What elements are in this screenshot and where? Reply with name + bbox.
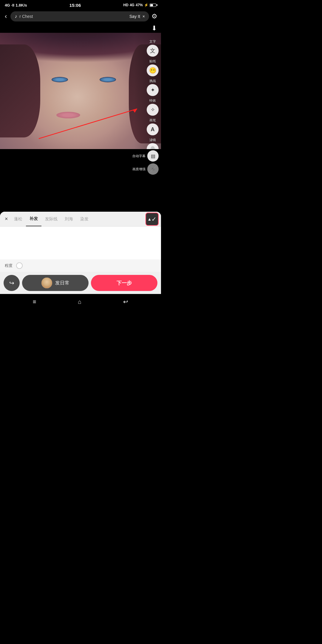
bottom-actions: ↪ 发日常 下一步 (0, 272, 161, 294)
toolbar-item-challenge[interactable]: 挑战 ✦ (147, 79, 159, 96)
time-display: 15:06 (69, 3, 81, 8)
download-area: ⬇ (0, 23, 161, 33)
toolbar-item-subtitle[interactable]: 自动字幕 ▤ (132, 150, 159, 162)
challenge-icon: ✦ (147, 84, 159, 96)
music-title-area: r Chest Say It (19, 14, 140, 19)
degree-label: 程度 (5, 263, 13, 268)
status-left: 4G ·Il 1.8K/s (5, 3, 27, 7)
nav-home-icon[interactable]: ⌂ (78, 298, 81, 305)
hair-left (0, 44, 40, 137)
music-note-icon: ♪ (15, 14, 17, 19)
toolbar-item-text[interactable]: 文字 文 (147, 39, 159, 57)
tab-fluffy[interactable]: 蓬松 (10, 212, 26, 226)
download-button[interactable]: ⬇ (151, 24, 157, 32)
toolbar-label-filter: 滤镜 (149, 138, 156, 142)
battery-icon (150, 4, 156, 7)
degree-row: 程度 (0, 259, 161, 272)
hd-badge: HD (123, 3, 129, 7)
degree-circle[interactable] (16, 262, 23, 269)
brush-icon: A (147, 123, 159, 135)
share-icon: ↪ (9, 279, 14, 287)
status-right: HD 4G 47% ⚡ (123, 3, 156, 7)
eye-right (100, 77, 116, 82)
music-title-right: Say It (126, 14, 140, 19)
toolbar-label-challenge: 挑战 (149, 79, 156, 83)
black-spacer (0, 176, 161, 212)
daily-button-label: 发日常 (55, 280, 69, 286)
next-button[interactable]: 下一步 (91, 275, 157, 291)
image-container: 文字 文 贴纸 😶 挑战 ✦ 特效 ✧ (0, 33, 161, 149)
subtitle-icon: ▤ (147, 150, 159, 162)
main-area: 文字 文 贴纸 😶 挑战 ✦ 特效 ✧ (0, 33, 161, 212)
status-bar: 4G ·Il 1.8K/s 15:06 HD 4G 47% ⚡ (0, 0, 161, 10)
toolbar-label-subtitle: 自动字幕 (132, 154, 145, 158)
toolbar-label-effects: 特效 (149, 98, 156, 103)
toolbar-label-quality: 画质增强 (132, 167, 145, 171)
tab-hair-color[interactable]: 染发 (77, 212, 92, 226)
daily-avatar (41, 278, 52, 288)
toolbar-item-sticker[interactable]: 贴纸 😶 (147, 59, 159, 76)
filter-icon (147, 143, 159, 149)
check-icon: ✓ (151, 216, 157, 223)
eye-left (52, 77, 68, 82)
tab-hairline[interactable]: 发际线 (41, 212, 61, 226)
up-arrow-icon: ▲ (148, 217, 152, 222)
network-badge: 4G (130, 3, 134, 7)
lips (56, 112, 80, 118)
speed-text: 1.8K/s (16, 3, 27, 7)
next-button-label: 下一步 (117, 280, 132, 287)
toolbar-label-brush: 画笔 (149, 118, 156, 123)
nav-back-icon[interactable]: ↩ (123, 298, 128, 305)
signal-bars: ·Il (11, 3, 14, 7)
panel-close-button[interactable]: × (2, 212, 10, 226)
home-indicator-bar: ≡ ⌂ ↩ (0, 294, 161, 309)
music-pill[interactable]: ♪ r Chest Say It × (10, 11, 149, 21)
tab-bangs[interactable]: 刘海 (61, 212, 77, 226)
toolbar-label-sticker: 贴纸 (149, 59, 156, 64)
quality-icon: ☀ (147, 163, 159, 175)
filter-svg-icon (149, 145, 156, 149)
back-button[interactable]: ‹ (4, 11, 8, 21)
toolbar-item-effects[interactable]: 特效 ✧ (147, 98, 159, 116)
text-icon: 文 (147, 45, 159, 57)
daily-avatar-inner (41, 278, 52, 288)
panel-confirm-button[interactable]: ▲ ✓ (145, 213, 159, 226)
music-divider (140, 14, 140, 19)
signal-text: 4G (5, 3, 10, 7)
settings-button[interactable]: ⚙ (151, 13, 157, 20)
toolbar-item-filter[interactable]: 滤镜 (147, 138, 159, 149)
svg-point-2 (151, 146, 154, 149)
panel-content-area (0, 227, 161, 259)
share-button[interactable]: ↪ (4, 275, 20, 291)
music-title-left: r Chest (19, 14, 126, 19)
tab-supplement[interactable]: 补发 (26, 212, 41, 226)
top-bar: ‹ ♪ r Chest Say It × ⚙ (0, 10, 161, 23)
music-close-icon[interactable]: × (143, 14, 145, 19)
bottom-panel: × 蓬松 补发 发际线 刘海 染发 ▲ ✓ 程度 ↪ 发日常 下一步 (0, 212, 161, 294)
right-toolbar: 文字 文 贴纸 😶 挑战 ✦ 特效 ✧ (134, 33, 161, 149)
effects-icon: ✧ (147, 104, 159, 116)
toolbar-label-text: 文字 (149, 39, 156, 44)
charging-icon: ⚡ (144, 3, 148, 7)
toolbar-item-brush[interactable]: 画笔 A (147, 118, 159, 135)
nav-menu-icon[interactable]: ≡ (33, 298, 36, 305)
panel-tabs: × 蓬松 补发 发际线 刘海 染发 ▲ ✓ (0, 212, 161, 227)
battery-percent: 47% (136, 3, 143, 7)
toolbar-item-quality[interactable]: 画质增强 ☀ (132, 163, 159, 175)
sticker-icon: 😶 (147, 64, 159, 76)
daily-button[interactable]: 发日常 (22, 275, 89, 291)
